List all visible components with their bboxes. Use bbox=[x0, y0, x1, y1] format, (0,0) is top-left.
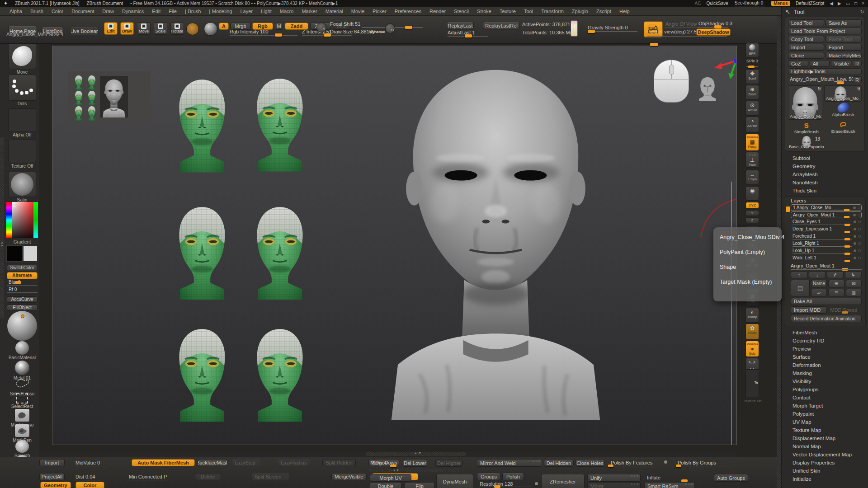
layer-duplicate-button[interactable]: ⊞ bbox=[828, 280, 844, 287]
shelf-grip-arrows[interactable]: ▲▼ bbox=[393, 469, 399, 472]
switch-color-button[interactable]: SwitchColor bbox=[6, 263, 38, 271]
menu-item[interactable]: Macro bbox=[276, 8, 298, 15]
layer-eye-icon[interactable] bbox=[858, 249, 861, 252]
bottom-shelf-button[interactable]: Geometry bbox=[40, 482, 71, 488]
layer-merge-down-button[interactable]: ≣ bbox=[828, 289, 844, 296]
ghost-button[interactable]: ✿Ghost bbox=[745, 324, 759, 340]
subpalette-header[interactable]: Displacement Map bbox=[782, 435, 868, 443]
material-slot-basic[interactable]: BasicMaterial bbox=[6, 341, 38, 360]
menu-item[interactable]: Movie bbox=[347, 8, 368, 15]
menu-item[interactable]: Texture bbox=[495, 8, 520, 15]
accucurve-button[interactable]: AccuCurve bbox=[6, 295, 38, 303]
texture-preview-box[interactable]: Te bbox=[745, 369, 759, 397]
subpalette-header[interactable]: Deformation bbox=[782, 361, 868, 370]
layer-row[interactable]: Close_Eyes 1 bbox=[791, 219, 862, 225]
subpalette-header[interactable]: ArrayMesh bbox=[782, 171, 868, 179]
menu-item[interactable]: Color bbox=[47, 8, 67, 15]
layer-row[interactable]: Look_Up 1 bbox=[791, 248, 862, 254]
layer-eye-icon[interactable] bbox=[858, 228, 861, 230]
subpalette-header[interactable]: Thick Skin bbox=[782, 187, 868, 195]
layer-record-icon[interactable] bbox=[854, 242, 856, 245]
live-boolean-button[interactable]: Live Boolean bbox=[71, 27, 99, 36]
restore-icon[interactable]: □ bbox=[854, 1, 857, 6]
eraser-brush-slot[interactable]: EraserBrush bbox=[825, 122, 862, 134]
bottom-shelf-button[interactable]: Dist 0.04 bbox=[73, 473, 103, 480]
shelf-divider[interactable]: ▲▼ bbox=[39, 451, 737, 457]
new-layer-button[interactable]: ▤ bbox=[791, 280, 810, 296]
morph-uv-button[interactable]: Morph UV bbox=[370, 474, 411, 482]
subpalette-header[interactable]: Surface bbox=[782, 353, 868, 361]
menu-item[interactable]: Transform bbox=[537, 8, 568, 15]
dynamic-label[interactable]: Dynamic bbox=[370, 30, 385, 34]
polish-strength-slider[interactable]: Angry_Open_Mouth_Low. 50R bbox=[788, 76, 862, 83]
alternate-button[interactable]: Alternate bbox=[6, 271, 38, 279]
layer-row[interactable]: Forehead 1 bbox=[791, 233, 862, 240]
subpalette-header[interactable]: NanoMesh bbox=[782, 179, 868, 187]
fill-object-button[interactable]: FillObject bbox=[6, 303, 38, 311]
left-tray-scrollbar[interactable] bbox=[0, 137, 4, 318]
layer-row[interactable]: Deep_Expression 1 bbox=[791, 226, 862, 233]
flip-button[interactable]: Flip bbox=[405, 482, 434, 488]
tool-button[interactable]: R bbox=[853, 60, 862, 67]
layer-row[interactable]: 1 Angry_Close_Mo bbox=[791, 204, 862, 211]
subpalette-header[interactable]: Display Properties bbox=[782, 459, 868, 467]
bpr-button[interactable]: BPR bbox=[745, 43, 759, 57]
tool-button[interactable]: Clone bbox=[788, 52, 824, 59]
tool-button[interactable]: GoZ bbox=[788, 60, 808, 67]
menu-item[interactable]: Zscript bbox=[592, 8, 615, 15]
layer-down-button[interactable]: ↓ bbox=[809, 271, 826, 278]
menu-item[interactable]: File bbox=[165, 8, 181, 15]
bottom-shelf-button[interactable]: Auto Mask FiberMesh bbox=[132, 459, 195, 466]
menu-item[interactable]: Zplugin bbox=[568, 8, 592, 15]
fov-handle[interactable] bbox=[650, 43, 658, 46]
material-preview-icon[interactable] bbox=[204, 22, 217, 36]
transform-mode-button[interactable]: ▣Rotate bbox=[170, 22, 184, 35]
texture-slot[interactable]: Texture Off bbox=[6, 140, 38, 169]
subpalette-header[interactable]: Visibility bbox=[782, 378, 868, 386]
bottom-shelf-button[interactable]: MergeVisible bbox=[331, 473, 367, 480]
bottom-shelf-button[interactable]: LazyRadius bbox=[278, 459, 310, 466]
current-layer-slider[interactable]: Angry_Open_Mout 1 bbox=[791, 263, 862, 270]
mdd-speed-slider[interactable]: MDD Speed bbox=[829, 306, 862, 314]
tool-button[interactable]: Copy Tool bbox=[788, 36, 824, 42]
layers-header[interactable]: Layers bbox=[791, 198, 862, 203]
simple-brush-slot[interactable]: SSimpleBrush bbox=[788, 122, 825, 134]
menu-item[interactable]: Brush bbox=[26, 8, 47, 15]
alpha-brush-slot[interactable]: AlphaBrush bbox=[824, 103, 862, 117]
subpalette-header[interactable]: Vector Displacement Map bbox=[782, 451, 868, 459]
double-button[interactable]: Double bbox=[370, 482, 401, 488]
close-icon[interactable]: × bbox=[862, 1, 864, 6]
mirror-button[interactable]: Mirror bbox=[587, 482, 641, 488]
ac-toggle[interactable]: AC bbox=[695, 1, 701, 6]
menu-item[interactable]: Dynamics bbox=[118, 8, 148, 15]
layer-record-icon[interactable] bbox=[853, 214, 856, 216]
layer-record-icon[interactable] bbox=[854, 257, 856, 259]
default-zscript-button[interactable]: DefaultZScript bbox=[796, 1, 824, 6]
shrink-right-icon[interactable]: ▶ bbox=[838, 1, 841, 6]
subpalette-header[interactable]: Normal Map bbox=[782, 443, 868, 451]
actual-button[interactable]: ⊙Actual bbox=[745, 101, 759, 116]
persp-button[interactable]: Dynamic▦Persp bbox=[745, 134, 759, 151]
dynamesh-button[interactable]: DynaMesh bbox=[436, 474, 473, 488]
record-deformation-button[interactable]: Record Deformation Animation bbox=[791, 315, 862, 322]
layer-invert-button[interactable]: ▱ bbox=[811, 289, 827, 296]
spix-slider[interactable]: SPix 3 bbox=[745, 58, 759, 68]
angle-of-view-slider[interactable]: Angle Of View bbox=[665, 21, 697, 27]
layer-record-icon[interactable] bbox=[854, 235, 856, 238]
subpalette-header[interactable]: FiberMesh bbox=[782, 329, 868, 337]
subpalette-header[interactable]: Polygroups bbox=[782, 386, 868, 394]
lsym-button[interactable]: ↔L.Sym bbox=[745, 170, 759, 184]
mirror-and-weld-button[interactable]: Mirror And Weld bbox=[477, 459, 542, 467]
bottom-shelf-button[interactable]: Color bbox=[75, 482, 104, 488]
popup-item[interactable]: Target Mask (Empty) bbox=[713, 275, 782, 290]
menu-item[interactable]: Alpha bbox=[5, 8, 26, 15]
paint-mode-button[interactable]: M bbox=[275, 23, 283, 30]
active-tool-thumbnail[interactable]: 9 Angry_Open_Mo bbox=[788, 85, 822, 120]
dock-back-icon[interactable]: ↖ bbox=[785, 9, 790, 15]
palette-reset-icon[interactable]: ↻ bbox=[860, 9, 864, 15]
brush-slot-select-rect[interactable]: SelectRect bbox=[6, 392, 38, 409]
popup-item[interactable]: Shape bbox=[713, 260, 782, 275]
menu-item[interactable]: Tool bbox=[520, 8, 537, 15]
color-swatches[interactable] bbox=[6, 245, 38, 262]
bottom-shelf-button[interactable]: Import bbox=[39, 459, 65, 466]
